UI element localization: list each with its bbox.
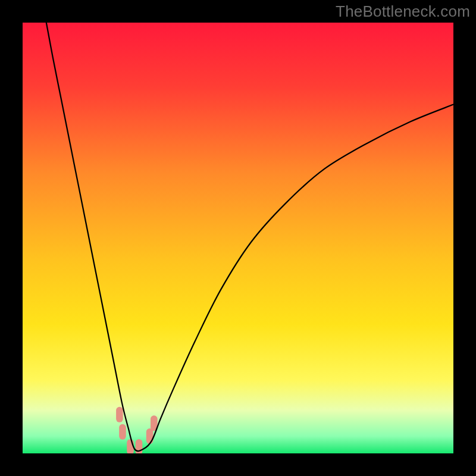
plot-area: [23, 23, 453, 453]
markers-group: [116, 407, 158, 453]
chart-frame: TheBottleneck.com: [0, 0, 476, 476]
watermark-text: TheBottleneck.com: [336, 2, 470, 21]
curve-layer: [23, 23, 453, 453]
marker: [119, 424, 126, 440]
marker: [116, 407, 123, 422]
marker: [146, 428, 154, 444]
bottleneck-curve: [46, 23, 453, 451]
